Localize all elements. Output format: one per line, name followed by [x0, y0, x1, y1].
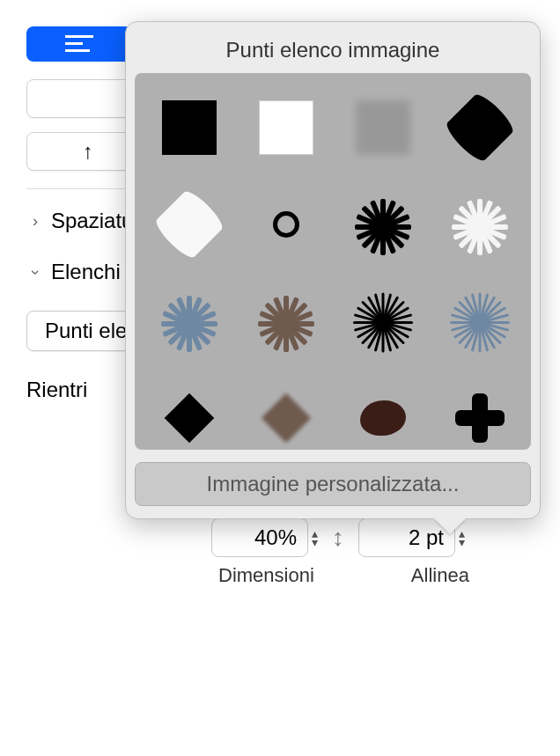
- bullet-diamond-black[interactable]: [145, 374, 233, 450]
- image-bullets-popover: Punti elenco immagine Immagine personali…: [125, 21, 541, 519]
- arrow-up-icon: ↑: [83, 139, 93, 164]
- link-vertical-icon[interactable]: ↕: [332, 524, 344, 552]
- svg-rect-1: [65, 42, 83, 45]
- popover-title: Punti elenco immagine: [126, 22, 540, 73]
- align-left-icon: [65, 35, 93, 53]
- custom-image-button[interactable]: Immagine personalizzata...: [135, 462, 531, 506]
- svg-rect-0: [65, 35, 93, 38]
- chevron-down-icon: ›: [26, 263, 45, 281]
- size-input[interactable]: [211, 518, 308, 557]
- align-left-button[interactable]: [26, 26, 132, 62]
- bullet-grid: [135, 73, 531, 450]
- bullet-burst-white[interactable]: [436, 180, 524, 268]
- bullet-quatrefoil-white[interactable]: [145, 180, 233, 268]
- bullet-square-grey[interactable]: [339, 84, 427, 172]
- bullet-diamond-brown[interactable]: [242, 374, 330, 450]
- bullet-square-white[interactable]: [242, 84, 330, 172]
- bullet-fourstar-black[interactable]: [436, 374, 524, 450]
- bullet-burst-thin-blue[interactable]: [436, 277, 524, 365]
- dimensioni-label: Dimensioni: [218, 564, 314, 587]
- size-stepper[interactable]: ▴▾: [211, 518, 318, 557]
- bullet-quatrefoil-black[interactable]: [436, 84, 524, 172]
- svg-rect-2: [65, 49, 90, 52]
- bullet-square-black[interactable]: [145, 84, 233, 172]
- lists-label: Elenchi: [51, 260, 121, 284]
- allinea-label: Allinea: [411, 564, 469, 587]
- bullet-ring-black[interactable]: [242, 180, 330, 268]
- bullet-burst-black[interactable]: [339, 180, 427, 268]
- bullet-burst-brown[interactable]: [242, 277, 330, 365]
- bullet-blob-brown[interactable]: [339, 374, 427, 450]
- chevron-right-icon: ›: [26, 212, 44, 231]
- stepper-arrows[interactable]: ▴▾: [312, 529, 318, 547]
- bullet-burst-blue[interactable]: [145, 277, 233, 365]
- bullet-burst-thin-black[interactable]: [339, 277, 427, 365]
